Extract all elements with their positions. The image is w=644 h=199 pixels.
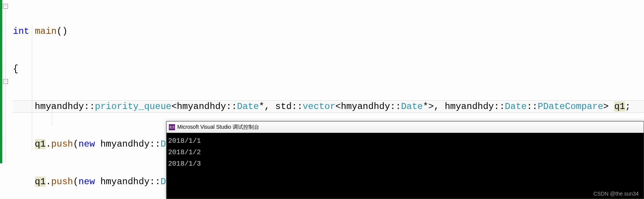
- fold-toggle[interactable]: −: [3, 79, 8, 84]
- function-main: main: [35, 26, 57, 36]
- console-line: 2018/1/3: [168, 158, 642, 169]
- code-line[interactable]: int main(): [13, 25, 631, 38]
- debug-console-window[interactable]: C:\ Microsoft Visual Studio 调试控制台 2018/1…: [166, 121, 644, 199]
- variable-q1: q1: [35, 177, 46, 187]
- watermark-text: CSDN @the sun34: [594, 191, 639, 197]
- console-title-text: Microsoft Visual Studio 调试控制台: [177, 124, 259, 131]
- type-priority-queue: priority_queue: [95, 101, 172, 112]
- variable-q1: q1: [614, 101, 625, 112]
- vs-console-icon: C:\: [169, 124, 175, 130]
- console-titlebar[interactable]: C:\ Microsoft Visual Studio 调试控制台: [167, 122, 644, 133]
- variable-q1: q1: [35, 139, 46, 149]
- console-line: 2018/1/1: [168, 135, 642, 147]
- fold-toggle[interactable]: −: [3, 4, 8, 9]
- console-output[interactable]: 2018/1/1 2018/1/2 2018/1/3: [167, 133, 644, 172]
- code-line[interactable]: {: [13, 63, 631, 75]
- console-line: 2018/1/2: [168, 147, 642, 158]
- modification-bar: [0, 0, 2, 163]
- code-line[interactable]: hmyandhdy::priority_queue<hmyandhdy::Dat…: [13, 100, 631, 113]
- keyword-int: int: [13, 26, 29, 36]
- fold-line: [5, 9, 6, 162]
